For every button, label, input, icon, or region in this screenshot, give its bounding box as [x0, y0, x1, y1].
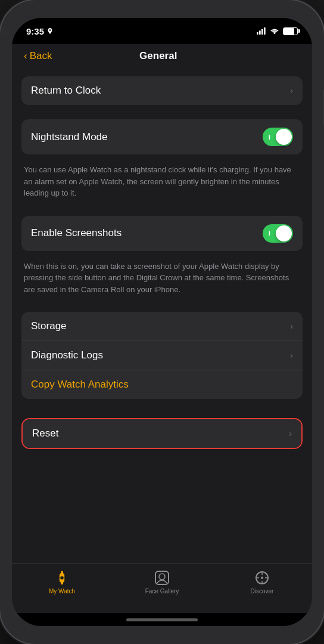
tab-my-watch[interactable]: My Watch	[32, 570, 92, 595]
status-time: 9:35	[26, 26, 54, 36]
reset-item[interactable]: Reset ›	[23, 419, 301, 448]
diagnostic-logs-label: Diagnostic Logs	[31, 349, 290, 361]
page-title: General	[52, 50, 264, 62]
copy-watch-analytics-label: Copy Watch Analytics	[31, 379, 293, 391]
enable-screenshots-label: Enable Screenshots	[31, 227, 263, 239]
svg-rect-0	[257, 32, 258, 35]
chevron-right-icon: ›	[290, 86, 293, 95]
chevron-right-icon-4: ›	[289, 429, 292, 438]
copy-watch-analytics-item[interactable]: Copy Watch Analytics	[21, 370, 303, 399]
chevron-right-icon-2: ›	[290, 321, 293, 331]
phone-screen: 9:35	[12, 18, 312, 626]
svg-point-7	[60, 576, 64, 580]
return-to-clock-item[interactable]: Return to Clock ›	[21, 76, 303, 105]
storage-group: Storage › Diagnostic Logs › Copy Watch A…	[21, 312, 303, 399]
tab-face-gallery[interactable]: Face Gallery	[132, 570, 192, 595]
svg-rect-3	[264, 27, 266, 35]
tab-bar: My Watch Face Gallery	[12, 564, 312, 613]
toggle-on-label-2: I	[269, 230, 270, 237]
my-watch-icon	[54, 570, 70, 586]
reset-outline: Reset ›	[21, 418, 303, 449]
discover-tab-label: Discover	[251, 588, 274, 595]
phone-frame: 9:35	[0, 0, 324, 644]
face-gallery-tab-label: Face Gallery	[145, 588, 179, 595]
enable-screenshots-toggle[interactable]: I	[263, 224, 293, 243]
diagnostic-logs-item[interactable]: Diagnostic Logs ›	[21, 341, 303, 370]
location-icon	[46, 27, 54, 35]
return-to-clock-label: Return to Clock	[31, 85, 290, 97]
face-gallery-icon	[154, 570, 170, 586]
chevron-right-icon-3: ›	[290, 351, 293, 360]
nightstand-mode-group: Nightstand Mode I	[21, 119, 303, 154]
notch	[126, 18, 198, 33]
toggle-on-label: I	[269, 134, 270, 140]
toggle-knob-2	[276, 225, 292, 242]
battery-icon	[283, 27, 298, 35]
svg-rect-5	[61, 571, 63, 574]
return-to-clock-group: Return to Clock ›	[21, 76, 303, 105]
my-watch-tab-label: My Watch	[49, 588, 75, 595]
enable-screenshots-item[interactable]: Enable Screenshots I	[21, 216, 303, 251]
svg-point-11	[261, 577, 263, 579]
nightstand-mode-item[interactable]: Nightstand Mode I	[21, 119, 303, 154]
svg-rect-6	[61, 582, 63, 585]
svg-rect-1	[259, 30, 261, 35]
scroll-content[interactable]: Return to Clock › Nightstand Mode I You …	[12, 67, 312, 564]
toggle-knob	[276, 129, 292, 145]
storage-label: Storage	[31, 320, 290, 332]
home-indicator	[12, 613, 312, 626]
navigation-bar: ‹ Back General	[12, 44, 312, 67]
status-icons	[257, 27, 298, 35]
enable-screenshots-group: Enable Screenshots I	[21, 216, 303, 251]
reset-label: Reset	[32, 428, 289, 439]
screenshots-description: When this is on, you can take a screensh…	[21, 256, 303, 303]
storage-item[interactable]: Storage ›	[21, 312, 303, 341]
reset-container: Reset ›	[21, 418, 303, 449]
nightstand-mode-toggle[interactable]: I	[263, 128, 293, 146]
signal-icon	[257, 27, 266, 35]
nightstand-description: You can use Apple Watch as a nightstand …	[21, 159, 303, 206]
tab-discover[interactable]: Discover	[232, 570, 292, 595]
nightstand-mode-label: Nightstand Mode	[31, 131, 263, 143]
svg-rect-2	[261, 29, 263, 35]
svg-point-9	[159, 574, 165, 580]
chevron-left-icon: ‹	[24, 50, 27, 62]
home-bar	[126, 618, 198, 621]
back-label[interactable]: Back	[30, 50, 52, 62]
discover-icon	[254, 570, 270, 586]
wifi-icon	[270, 27, 279, 35]
back-button[interactable]: ‹ Back	[24, 50, 52, 62]
